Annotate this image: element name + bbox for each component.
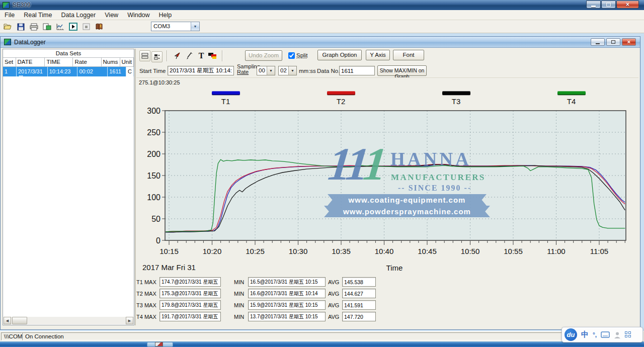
menu-file[interactable]: File — [0, 12, 19, 19]
t3-max-value[interactable] — [159, 300, 221, 310]
menu-real-time[interactable]: Real Time — [19, 12, 56, 19]
show-maxmin-button[interactable]: Show MAX/MIN on Graph — [377, 65, 427, 76]
t1-max-value[interactable] — [159, 277, 221, 287]
combo-arrow-icon[interactable]: ▼ — [191, 22, 199, 31]
pen-tool-button[interactable] — [184, 50, 195, 61]
save-button[interactable] — [15, 21, 27, 32]
scroll-left-button[interactable]: ◀ — [4, 317, 11, 324]
ime-toolbar: du 中 °, — [561, 327, 643, 342]
scroll-thumb[interactable] — [12, 317, 27, 324]
t2-min-value[interactable] — [248, 289, 326, 298]
cell-date[interactable]: 2017/3/31 星 — [17, 67, 48, 76]
text-tool-button[interactable]: T — [196, 50, 207, 61]
start-logging-button[interactable] — [67, 21, 79, 32]
com-port-select[interactable]: COM3 ▼ — [151, 22, 200, 31]
graph-option-button[interactable]: Graph Option — [317, 50, 362, 60]
child-minimize-button[interactable] — [591, 38, 605, 46]
col-rate[interactable]: Rate — [73, 58, 101, 66]
font-button[interactable]: Font — [393, 50, 424, 60]
col-set[interactable]: Set — [3, 58, 16, 66]
open-folder-icon — [4, 23, 13, 30]
ime-grid-icon[interactable] — [625, 331, 631, 338]
col-time[interactable]: TIME — [45, 58, 73, 66]
menu-window[interactable]: Window — [123, 12, 154, 19]
child-restore-button[interactable] — [606, 38, 620, 46]
dropdown-arrow-icon[interactable]: ▼ — [288, 66, 296, 75]
svg-text:11:00: 11:00 — [547, 247, 565, 255]
com-port-value: COM3 — [151, 22, 191, 31]
col-nums[interactable]: Nums — [102, 58, 120, 66]
child-close-button[interactable]: × — [622, 38, 636, 46]
layout-horizontal-button[interactable] — [139, 50, 150, 61]
pen-icon — [186, 52, 193, 60]
t2-avg-value[interactable] — [342, 289, 376, 298]
ime-keyboard-icon[interactable] — [601, 331, 610, 338]
scroll-right-button[interactable]: ▶ — [126, 317, 133, 324]
cell-rate[interactable]: 00:02 — [77, 67, 108, 76]
split-label[interactable]: Split — [296, 52, 307, 58]
cursor-tool-button[interactable] — [172, 50, 183, 61]
cell-unit[interactable]: C — [126, 67, 134, 76]
cell-set[interactable]: 1 — [3, 67, 17, 76]
cell-nums[interactable]: 1611 — [108, 67, 126, 76]
stop-logging-button[interactable] — [80, 21, 92, 32]
minimize-button[interactable] — [586, 1, 601, 9]
svg-text:10:45: 10:45 — [418, 247, 437, 255]
rate-unit-label: mm:ss — [299, 68, 316, 74]
t2-max-value[interactable] — [159, 289, 221, 298]
close-button[interactable]: × — [616, 1, 639, 9]
layout-horizontal-icon — [141, 53, 148, 59]
baidu-ime-icon[interactable]: du — [565, 328, 577, 341]
open-file-button[interactable] — [2, 21, 14, 32]
svg-text:150: 150 — [147, 171, 160, 180]
temperature-chart[interactable]: 05010015020025030010:1510:2010:2510:3010… — [136, 78, 638, 277]
col-unit[interactable]: Unit — [120, 58, 134, 66]
y-axis-button[interactable]: Y Axis — [366, 50, 390, 60]
sampling-rate-label-2: Rate — [237, 69, 249, 75]
export-data-button[interactable] — [41, 21, 53, 32]
dropdown-arrow-icon[interactable]: ▼ — [267, 66, 275, 75]
split-checkbox[interactable] — [288, 52, 295, 59]
svg-text:100: 100 — [147, 193, 160, 202]
t3-avg-value[interactable] — [342, 300, 376, 310]
t3-min-value[interactable] — [248, 300, 326, 310]
color-tool-button[interactable] — [207, 50, 218, 61]
ime-chinese-mode-icon[interactable]: 中 — [581, 330, 589, 339]
print-button[interactable] — [28, 21, 40, 32]
data-no-input[interactable] — [339, 66, 375, 75]
taskbar-app-icon[interactable] — [155, 342, 163, 346]
svg-text:0: 0 — [156, 236, 160, 245]
graph-setup-button[interactable] — [54, 21, 66, 32]
t4-max-value[interactable] — [159, 312, 221, 321]
floppy-icon — [17, 23, 25, 31]
cell-time[interactable]: 10:14:23 — [48, 67, 78, 76]
datasets-header-row: Set DATE TIME Rate Nums Unit — [3, 58, 134, 67]
undo-zoom-button[interactable]: Undo Zoom — [245, 50, 282, 61]
menu-view[interactable]: View — [100, 12, 123, 19]
rate-seconds-select[interactable]: 02 ▼ — [278, 66, 297, 75]
table-row[interactable]: 1 2017/3/31 星 10:14:23 00:02 1611 C — [3, 67, 134, 76]
layout-vertical-button[interactable] — [151, 51, 163, 62]
menu-data-logger[interactable]: Data Logger — [56, 12, 100, 19]
child-restore-icon — [611, 40, 615, 44]
app-icon — [3, 2, 10, 9]
ime-tone-icon[interactable]: °, — [593, 331, 597, 338]
rate-minutes-select[interactable]: 00 ▼ — [257, 66, 275, 75]
menu-help[interactable]: Help — [154, 12, 177, 19]
help-button[interactable] — [94, 21, 105, 32]
t1-avg-value[interactable] — [342, 277, 376, 287]
maximize-button[interactable] — [601, 1, 616, 9]
ime-user-icon[interactable] — [614, 331, 621, 338]
panel-splitter[interactable] — [135, 49, 136, 325]
avg-label: AVG — [328, 302, 339, 308]
t1-min-value[interactable] — [248, 277, 326, 287]
window-title: SE309 — [13, 2, 31, 9]
start-time-input[interactable] — [168, 66, 234, 75]
t4-avg-value[interactable] — [342, 312, 376, 321]
horizontal-scrollbar[interactable]: ◀ ▶ — [4, 317, 133, 324]
t4-min-value[interactable] — [248, 312, 326, 321]
svg-text:50: 50 — [151, 215, 160, 223]
taskbar[interactable] — [0, 341, 644, 347]
cursor-arrow-icon — [173, 52, 181, 60]
col-date[interactable]: DATE — [16, 58, 45, 66]
